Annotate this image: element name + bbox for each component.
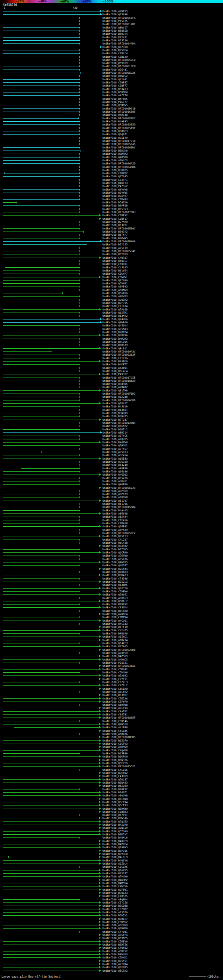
hit-alignment-bar[interactable] [3, 679, 99, 679]
hit-subject-id[interactable]: UniRef100_UPI0000D61B [103, 107, 136, 110]
hit-subject-id[interactable]: UniRef100_B7T237 [103, 418, 128, 422]
hit-subject-id[interactable]: UniRef100_Q5EYE9 [103, 762, 128, 765]
hit-subject-id[interactable]: UniRef100_C1BS25 [103, 895, 128, 897]
hit-subject-id[interactable]: UniRef100_C1MX68 [103, 522, 128, 525]
hit-alignment-bar[interactable] [14, 384, 80, 384]
hit-alignment-bar[interactable] [3, 325, 80, 326]
hit-alignment-bar[interactable] [5, 267, 80, 268]
hit-subject-id[interactable]: UniRef100_A8E648 [103, 512, 128, 515]
hit-subject-id[interactable]: UniRef100_UPI0000E80C [103, 228, 136, 230]
hit-subject-id[interactable]: UniRef100_UPI0000E223 [103, 487, 136, 490]
hit-alignment-bar[interactable] [3, 789, 80, 789]
hit-alignment-bar[interactable] [3, 235, 80, 235]
hit-subject-id[interactable]: UniRef100_Q45SK4 [103, 325, 128, 327]
hit-subject-id[interactable]: UniRef100_Q6FM85 [103, 966, 128, 969]
hit-alignment-bar[interactable] [3, 582, 99, 582]
hit-subject-id[interactable]: UniRef100_B6TM19 [103, 253, 128, 256]
hit-alignment-bar[interactable] [3, 896, 99, 896]
hit-alignment-bar[interactable] [3, 426, 80, 426]
hit-alignment-bar[interactable] [3, 714, 99, 715]
hit-subject-id[interactable]: UniRef100_C9ZZL2 [103, 684, 128, 687]
hit-alignment-bar[interactable] [3, 899, 80, 900]
hit-subject-id[interactable]: UniRef100_UPI0000519F [103, 127, 136, 130]
hit-alignment-bar[interactable] [3, 773, 99, 773]
hit-subject-id[interactable]: UniRef100_O44240 [103, 464, 128, 466]
hit-subject-id[interactable]: UniRef100_Q38HU5 [103, 383, 128, 385]
hit-alignment-bar[interactable] [3, 293, 63, 293]
hit-subject-id[interactable]: UniRef100_C5MBV6 [103, 940, 128, 943]
hit-subject-id[interactable]: UniRef100_A1CFH2 [103, 691, 128, 694]
hit-subject-id[interactable]: UniRef100_B6JYH7 [103, 694, 128, 697]
hit-subject-id[interactable]: UniRef100_Q61081 [103, 78, 128, 81]
hit-subject-id[interactable]: UniRef100_Q76190 [103, 461, 128, 463]
hit-alignment-bar[interactable] [3, 837, 80, 838]
hit-alignment-bar[interactable] [3, 89, 80, 89]
hit-alignment-bar[interactable] [3, 831, 99, 832]
hit-alignment-bar[interactable] [3, 766, 99, 767]
hit-subject-id[interactable]: UniRef100_UPI0001B0D5 [103, 736, 136, 739]
hit-alignment-bar[interactable] [3, 345, 80, 345]
hit-alignment-bar[interactable] [3, 244, 87, 245]
hit-subject-id[interactable]: UniRef100_O61797 [103, 500, 128, 502]
hit-alignment-bar[interactable] [3, 880, 99, 880]
hit-alignment-bar[interactable] [3, 241, 100, 242]
hit-alignment-bar[interactable] [3, 630, 99, 631]
hit-subject-id[interactable]: UniRef100_P07905 [103, 645, 128, 648]
hit-alignment-bar[interactable] [3, 60, 80, 60]
hit-alignment-bar[interactable] [3, 620, 99, 621]
hit-subject-id[interactable]: UniRef100_A75119 [103, 247, 128, 250]
hit-alignment-bar[interactable] [3, 368, 80, 368]
hit-subject-id[interactable]: UniRef100_B65P80 [103, 752, 128, 755]
hit-subject-id[interactable]: UniRef100_Q9MTM3 [103, 153, 128, 155]
hit-subject-id[interactable]: UniRef100_B9WCK3 [103, 953, 128, 956]
hit-alignment-bar[interactable] [3, 591, 80, 592]
hit-subject-id[interactable]: UniRef100_C1BWA3 [103, 811, 128, 813]
hit-subject-id[interactable]: UniRef100_A2WCC3 [103, 159, 128, 162]
hit-alignment-bar[interactable] [3, 542, 80, 543]
hit-subject-id[interactable]: UniRef100_C1E456 [103, 519, 128, 522]
hit-subject-id[interactable]: UniRef100_Q5BEL7 [103, 600, 128, 603]
hit-subject-id[interactable]: UniRef100_UPI0000F1D2 [103, 393, 136, 395]
hit-subject-id[interactable]: UniRef100_C9AT62 [103, 710, 128, 713]
hit-subject-id[interactable]: UniRef100_C1BLC4 [103, 52, 128, 55]
hit-alignment-bar[interactable] [3, 205, 80, 206]
hit-subject-id[interactable]: UniRef100_C5DEW6 [103, 590, 128, 593]
hit-subject-id[interactable]: UniRef100_Q26481 [103, 68, 128, 71]
hit-subject-id[interactable]: UniRef100_Q16Z65 [103, 869, 128, 872]
hit-alignment-bar[interactable] [3, 254, 80, 255]
hit-subject-id[interactable]: UniRef100_UPI00005BFA [103, 17, 136, 19]
hit-subject-id[interactable]: UniRef100_C4WR17 [103, 256, 128, 259]
hit-subject-id[interactable]: UniRef100_UPI000059C0 [103, 59, 136, 62]
hit-subject-id[interactable]: UniRef100_Q29AW5 [103, 846, 128, 849]
hit-alignment-bar[interactable] [3, 780, 99, 780]
hit-subject-id[interactable]: UniRef100_Q9VHC8 [103, 853, 128, 856]
hit-alignment-bar[interactable] [3, 232, 83, 232]
hit-alignment-bar[interactable] [3, 50, 80, 51]
hit-subject-id[interactable]: UniRef100_C5M2X6 [103, 697, 128, 700]
hit-subject-id[interactable]: UniRef100_UPI000186EF [103, 716, 136, 719]
hit-alignment-bar[interactable] [3, 47, 100, 47]
hit-subject-id[interactable]: UniRef100_B5DZV2 [103, 914, 128, 917]
hit-alignment-bar[interactable] [3, 663, 80, 663]
hit-subject-id[interactable]: UniRef100_Q4CU61 [103, 619, 128, 622]
hit-alignment-bar[interactable] [3, 928, 99, 929]
hit-subject-id[interactable]: UniRef100_A4RHC5 [103, 659, 128, 661]
hit-alignment-bar[interactable] [3, 682, 80, 682]
hit-subject-id[interactable]: UniRef100_Q9VYW6 [103, 188, 128, 191]
hit-subject-id[interactable]: UniRef100_Q8WV17 [103, 26, 128, 29]
hit-alignment-bar[interactable] [3, 300, 80, 300]
hit-subject-id[interactable]: UniRef100_A3GFP4 [103, 934, 128, 937]
hit-alignment-bar[interactable] [3, 329, 80, 329]
hit-alignment-bar[interactable] [3, 786, 99, 786]
hit-subject-id[interactable]: UniRef100_P15125 [103, 20, 128, 22]
hit-alignment-bar[interactable] [3, 747, 99, 747]
hit-alignment-bar[interactable] [3, 815, 80, 815]
hit-alignment-bar[interactable] [3, 449, 80, 449]
hit-subject-id[interactable]: UniRef100_B75DE4 [103, 49, 128, 52]
hit-subject-id[interactable]: UniRef100_Q59NP5 [103, 937, 128, 940]
hit-subject-id[interactable]: UniRef100_UPI00005EA5 [103, 143, 136, 146]
hit-alignment-bar[interactable] [3, 138, 80, 138]
hit-alignment-bar[interactable] [3, 510, 80, 511]
hit-alignment-bar[interactable] [3, 111, 80, 112]
hit-subject-id[interactable]: UniRef100_A41B88 [103, 726, 128, 729]
